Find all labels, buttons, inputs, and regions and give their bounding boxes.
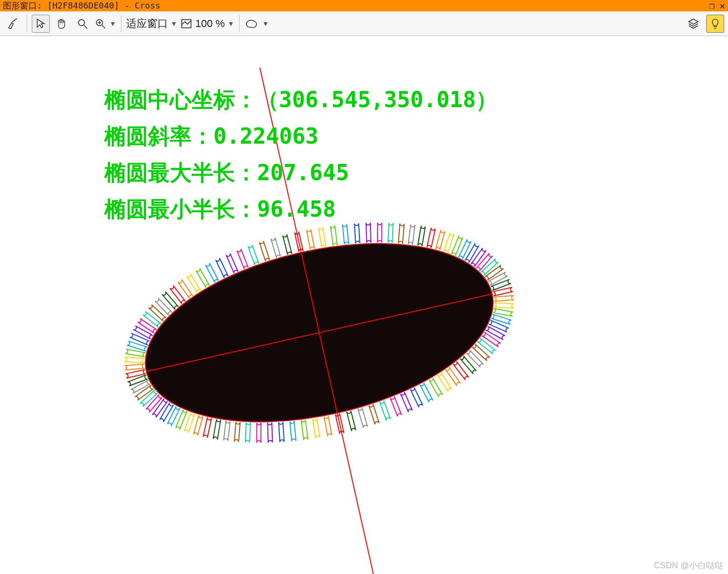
minor-text: 椭圆最小半长：96.458 [104, 193, 498, 226]
lightbulb-icon [709, 18, 721, 30]
titlebar: 图形窗口: [H2F8486DE040] - Cross ❐ ✕ [0, 0, 728, 11]
separator [27, 15, 27, 32]
image-frame-icon [180, 18, 193, 30]
chevron-down-icon: ▼ [262, 20, 269, 27]
separator [121, 15, 121, 32]
layers-button[interactable] [684, 15, 702, 33]
canvas[interactable]: 椭圆中心坐标：（306.545,350.018） 椭圆斜率：0.224063 椭… [0, 36, 728, 574]
magnifier-icon [76, 18, 89, 30]
pan-button[interactable] [53, 15, 71, 33]
zoom-percent-dropdown[interactable]: 100 % ▼ [180, 18, 234, 30]
zoom-percent-label: 100 % [195, 18, 225, 30]
hand-icon [55, 18, 68, 30]
chevron-down-icon: ▼ [228, 20, 234, 27]
svg-line-1 [84, 25, 87, 28]
zoom-in-dropdown[interactable]: ▼ [94, 18, 116, 30]
fit-window-label: 适应窗口 [126, 17, 168, 31]
blob-icon [244, 18, 259, 30]
svg-line-3 [102, 25, 105, 28]
hint-button[interactable] [706, 15, 724, 33]
major-text: 椭圆最大半长：207.645 [104, 156, 498, 189]
broom-icon [7, 18, 19, 30]
shape-tool-dropdown[interactable]: ▼ [244, 18, 269, 30]
window-restore-icon[interactable]: ❐ [709, 0, 715, 11]
slope-text: 椭圆斜率：0.224063 [104, 120, 498, 153]
pointer-icon [35, 18, 47, 30]
layers-icon [687, 18, 700, 30]
chevron-down-icon: ▼ [110, 20, 116, 27]
fit-window-dropdown[interactable]: 适应窗口 ▼ [126, 17, 177, 31]
center-coord-text: 椭圆中心坐标：（306.545,350.018） [104, 83, 498, 116]
pointer-button[interactable] [32, 15, 50, 33]
svg-point-0 [78, 19, 84, 26]
toolbar: ▼ 适应窗口 ▼ 100 % ▼ ▼ [0, 11, 728, 36]
watermark: CSDN @小白哒哒 [654, 560, 723, 571]
measurement-overlay: 椭圆中心坐标：（306.545,350.018） 椭圆斜率：0.224063 椭… [104, 83, 498, 229]
clear-button[interactable] [4, 15, 22, 33]
window-title: 图形窗口: [H2F8486DE040] - Cross [3, 0, 160, 11]
magnifier-plus-icon [94, 18, 107, 30]
zoom-button[interactable] [74, 15, 92, 33]
chevron-down-icon: ▼ [171, 20, 177, 27]
separator [239, 15, 240, 32]
window-close-icon[interactable]: ✕ [719, 0, 725, 11]
